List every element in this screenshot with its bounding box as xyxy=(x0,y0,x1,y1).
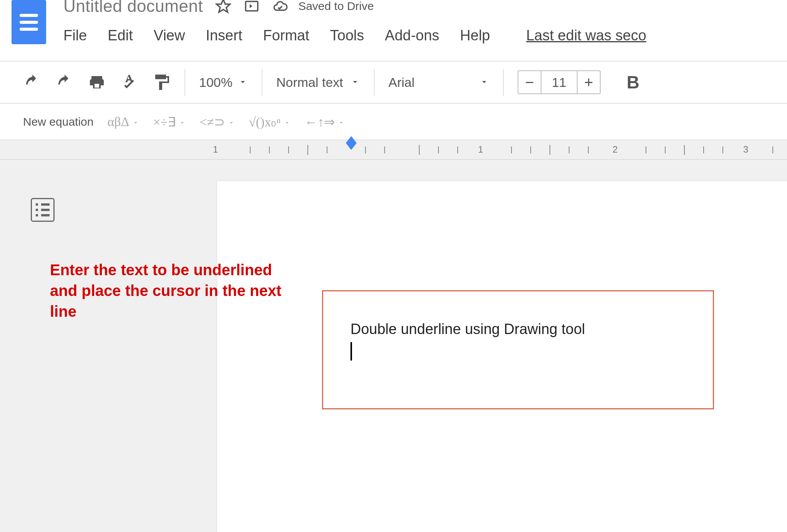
app-header: Untitled document Saved to Drive File Ed… xyxy=(0,0,787,62)
paint-format-icon[interactable] xyxy=(152,73,171,91)
paragraph-style-dropdown[interactable]: Normal text xyxy=(276,75,360,90)
annotation-highlight-box xyxy=(322,290,714,409)
horizontal-ruler[interactable]: 1 1 2 3 xyxy=(0,140,787,160)
font-size-decrease[interactable]: − xyxy=(518,71,541,93)
menu-edit[interactable]: Edit xyxy=(108,27,133,44)
editor-canvas: Enter the text to be underlined and plac… xyxy=(0,160,787,532)
chevron-down-icon xyxy=(338,115,345,129)
menu-view[interactable]: View xyxy=(154,27,185,44)
chevron-down-icon xyxy=(179,115,186,129)
eq-arrows-label: ←↑⇒ xyxy=(304,114,335,130)
ruler-tick-1-left: 1 xyxy=(213,144,218,155)
zoom-dropdown[interactable]: 100% xyxy=(199,75,248,90)
menu-tools[interactable]: Tools xyxy=(330,27,364,44)
print-icon[interactable] xyxy=(88,73,106,91)
docs-logo[interactable] xyxy=(12,0,46,44)
eq-math-label: √()x₀ⁿ xyxy=(249,114,281,130)
eq-relations-dropdown[interactable]: <≠⊃ xyxy=(199,114,235,130)
ruler-tick-1: 1 xyxy=(478,144,483,155)
menu-help[interactable]: Help xyxy=(460,27,490,44)
paragraph-style-value: Normal text xyxy=(276,75,343,90)
cloud-saved-icon[interactable] xyxy=(272,0,288,14)
font-size-stepper: − 11 + xyxy=(518,70,601,94)
eq-ops-dropdown[interactable]: ×÷∃ xyxy=(153,114,186,130)
eq-arrows-dropdown[interactable]: ←↑⇒ xyxy=(304,114,345,130)
menu-file[interactable]: File xyxy=(63,27,87,44)
font-value: Arial xyxy=(389,75,415,90)
chevron-down-icon xyxy=(228,115,235,129)
font-size-increase[interactable]: + xyxy=(578,71,600,93)
undo-icon[interactable] xyxy=(23,73,42,91)
zoom-value: 100% xyxy=(199,75,232,90)
move-icon[interactable] xyxy=(244,0,260,14)
menu-bar: File Edit View Insert Format Tools Add-o… xyxy=(63,27,646,44)
eq-ops-label: ×÷∃ xyxy=(153,114,176,130)
chevron-down-icon xyxy=(479,75,489,90)
chevron-down-icon xyxy=(238,75,248,90)
font-dropdown[interactable]: Arial xyxy=(389,75,489,90)
document-outline-icon[interactable] xyxy=(31,198,55,222)
chevron-down-icon xyxy=(132,115,139,129)
ruler-tick-3: 3 xyxy=(743,144,748,155)
menu-addons[interactable]: Add-ons xyxy=(385,27,440,44)
saved-status: Saved to Drive xyxy=(298,0,374,13)
menu-insert[interactable]: Insert xyxy=(206,27,242,44)
text-cursor xyxy=(350,342,352,361)
main-toolbar: 100% Normal text Arial − 11 + B xyxy=(0,62,787,104)
last-edit-link[interactable]: Last edit was seco xyxy=(526,27,646,44)
star-icon[interactable] xyxy=(215,0,231,14)
redo-icon[interactable] xyxy=(55,73,74,91)
svg-marker-0 xyxy=(217,0,230,12)
eq-math-dropdown[interactable]: √()x₀ⁿ xyxy=(249,114,291,130)
annotation-text: Enter the text to be underlined and plac… xyxy=(50,259,304,322)
chevron-down-icon xyxy=(284,115,291,129)
document-body-text[interactable]: Double underline using Drawing tool xyxy=(350,321,585,337)
eq-greek-dropdown[interactable]: αβΔ xyxy=(107,115,139,129)
ruler-tick-2: 2 xyxy=(613,144,618,155)
document-title[interactable]: Untitled document xyxy=(63,0,203,16)
menu-format[interactable]: Format xyxy=(263,27,309,44)
new-equation-button[interactable]: New equation xyxy=(23,115,93,128)
eq-relations-label: <≠⊃ xyxy=(199,114,225,130)
eq-greek-label: αβΔ xyxy=(107,115,129,129)
bold-button[interactable]: B xyxy=(627,72,639,93)
chevron-down-icon xyxy=(350,75,360,90)
spellcheck-icon[interactable] xyxy=(120,73,138,91)
equation-toolbar: New equation αβΔ ×÷∃ <≠⊃ √()x₀ⁿ ←↑⇒ xyxy=(0,104,787,140)
font-size-value[interactable]: 11 xyxy=(541,71,578,93)
